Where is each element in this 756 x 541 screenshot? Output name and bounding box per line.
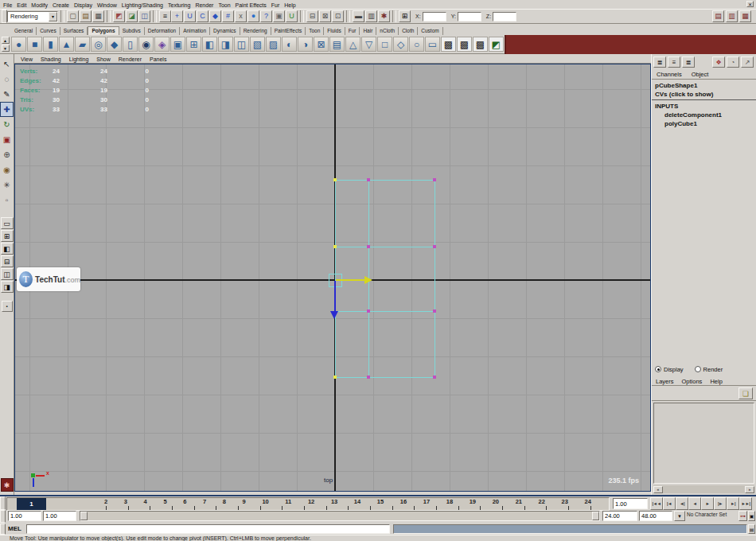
combine-icon[interactable]: ○: [409, 37, 424, 52]
bridge-icon[interactable]: ◫: [234, 37, 249, 52]
vertex[interactable]: [433, 309, 436, 313]
split-polygon-icon[interactable]: ▤: [329, 37, 345, 52]
frame-number[interactable]: 4: [144, 498, 147, 505]
animation-start-field[interactable]: [43, 511, 76, 521]
close-icon[interactable]: ✕: [746, 1, 754, 7]
group-divider[interactable]: [153, 10, 157, 22]
x-coord-field[interactable]: [423, 12, 446, 21]
make-live-icon[interactable]: ●: [247, 10, 259, 22]
y-coord-field[interactable]: [458, 12, 481, 21]
channel-scrollbar[interactable]: « »: [653, 485, 754, 493]
snap-view-icon[interactable]: x: [235, 10, 247, 22]
status-collapse-handle[interactable]: [2, 10, 7, 23]
save-scene-icon[interactable]: ▦: [92, 10, 104, 22]
menu-item[interactable]: Display: [74, 2, 92, 8]
vertex-selected[interactable]: [333, 245, 337, 248]
render-radio[interactable]: Render: [695, 366, 723, 373]
menu-set-dropdown[interactable]: Rendering ▾: [7, 11, 58, 22]
menu-item[interactable]: Paint Effects: [236, 2, 267, 8]
timeslider-collapse-handle[interactable]: [0, 496, 6, 510]
custom-tool-icon[interactable]: ✱: [1, 478, 14, 492]
layer-menu-item[interactable]: Layers: [656, 378, 674, 385]
input-field-selector-icon[interactable]: ⊞: [399, 10, 411, 22]
frame-number[interactable]: 8: [223, 498, 226, 505]
manipulator-z-arrow[interactable]: [334, 281, 336, 311]
vertex-selected[interactable]: [333, 376, 337, 379]
render-checker-3-icon[interactable]: ▩: [473, 37, 488, 52]
layout-four-pane[interactable]: ⊞: [1, 230, 14, 242]
step-back-frame-button[interactable]: |◄: [663, 497, 676, 510]
shelf-tab[interactable]: Fluids: [324, 27, 345, 35]
rotate-tool[interactable]: ↻: [0, 117, 14, 132]
sculpt-icon[interactable]: ◐: [282, 37, 297, 52]
construction-history-icon[interactable]: ⊟: [306, 10, 318, 22]
subdivide-icon[interactable]: ⊞: [186, 37, 201, 52]
snap-curve-icon[interactable]: C: [197, 10, 208, 22]
extrude-edge-icon[interactable]: ◨: [218, 37, 233, 52]
step-forward-frame-button[interactable]: ►|: [727, 497, 739, 510]
toggle-tool-settings-icon[interactable]: ▥: [726, 10, 738, 22]
new-layer-icon[interactable]: ❏: [738, 387, 753, 399]
group-divider[interactable]: [392, 10, 396, 22]
universal-manip-tool[interactable]: ⊕: [0, 147, 14, 162]
playback-start-field[interactable]: [8, 511, 41, 521]
render-frame-icon[interactable]: ▬: [353, 10, 364, 22]
mirror-geometry-icon[interactable]: ◇: [393, 37, 408, 52]
cvs-expander[interactable]: CVs (click to show): [652, 91, 756, 100]
current-frame-marker[interactable]: 1: [17, 498, 46, 510]
shelf-tab[interactable]: General: [11, 27, 37, 35]
graph-arrow-icon[interactable]: ↗: [741, 56, 754, 68]
frame-number[interactable]: 16: [400, 498, 407, 505]
group-divider[interactable]: [60, 10, 64, 22]
poly-cylinder-icon[interactable]: ▮: [43, 37, 58, 52]
dropdown-arrow-icon[interactable]: ▾: [49, 12, 57, 21]
character-set-label[interactable]: No Character Set: [687, 512, 738, 517]
breakdown-icon[interactable]: ◔: [727, 56, 739, 68]
poly-soccer-icon[interactable]: ◉: [138, 37, 154, 52]
live-magnet-icon[interactable]: U: [286, 10, 298, 22]
playback-end-field[interactable]: [602, 511, 637, 521]
mel-label[interactable]: MEL: [8, 525, 21, 532]
z-coord-field[interactable]: [493, 12, 516, 21]
shelf-tab[interactable]: Cloth: [399, 27, 418, 35]
script-editor-icon[interactable]: ▤: [748, 524, 755, 534]
frame-number[interactable]: 7: [203, 498, 206, 505]
output-connections-icon[interactable]: ⊡: [332, 10, 344, 22]
play-forwards-button[interactable]: ►: [701, 497, 714, 510]
shelf-tab[interactable]: Dynamics: [210, 27, 240, 35]
shelf-scroll-up-icon[interactable]: ▲: [2, 37, 10, 44]
select-tool[interactable]: ↖: [0, 56, 14, 72]
wireframe-edge[interactable]: [335, 247, 435, 247]
panel-menu-item[interactable]: Panels: [150, 56, 166, 62]
layout-persp-outliner[interactable]: ◧: [1, 243, 14, 255]
range-slider-bar[interactable]: [80, 511, 600, 521]
manipulator-z-arrowhead-icon[interactable]: [330, 311, 338, 319]
poly-platonic-icon[interactable]: ◈: [154, 37, 170, 52]
new-scene-icon[interactable]: ▢: [67, 10, 79, 22]
step-forward-key-button[interactable]: |►: [714, 497, 727, 510]
append-polygon-icon[interactable]: △: [345, 37, 360, 52]
shelf-tab[interactable]: Animation: [180, 27, 210, 35]
shelf-tab[interactable]: Custom: [418, 27, 442, 35]
smooth-icon[interactable]: ▣: [170, 37, 185, 52]
frame-number[interactable]: 5: [163, 498, 166, 505]
frame-number[interactable]: 15: [377, 498, 384, 505]
cmdline-collapse-handle[interactable]: [0, 523, 6, 535]
menu-item[interactable]: Fur: [271, 2, 280, 8]
shelf-tab[interactable]: Hair: [360, 27, 376, 35]
input-node-label[interactable]: deleteComponent1: [664, 111, 722, 120]
poly-cube-icon[interactable]: ■: [27, 37, 42, 52]
shape-node-label[interactable]: pCubeShape1: [655, 82, 697, 89]
input-node-label[interactable]: polyCube1: [664, 120, 722, 129]
viewport-canvas[interactable]: Verts: 24 24 0 Edges: 42 42 0 Faces: 19 …: [14, 64, 651, 492]
shelf-tab[interactable]: Subdivs: [119, 27, 145, 35]
poly-cone-icon[interactable]: ▲: [59, 37, 74, 52]
paint-select-tool[interactable]: ✎: [0, 87, 14, 102]
lock-icon[interactable]: ▣: [273, 10, 285, 22]
menu-item[interactable]: Window: [97, 2, 117, 8]
snap-magnet-icon[interactable]: U: [184, 10, 196, 22]
frame-number[interactable]: 19: [470, 498, 476, 505]
menu-item[interactable]: Toon: [218, 2, 230, 8]
frame-number[interactable]: 21: [516, 498, 522, 505]
poly-pyramid-icon[interactable]: ◆: [107, 37, 122, 52]
